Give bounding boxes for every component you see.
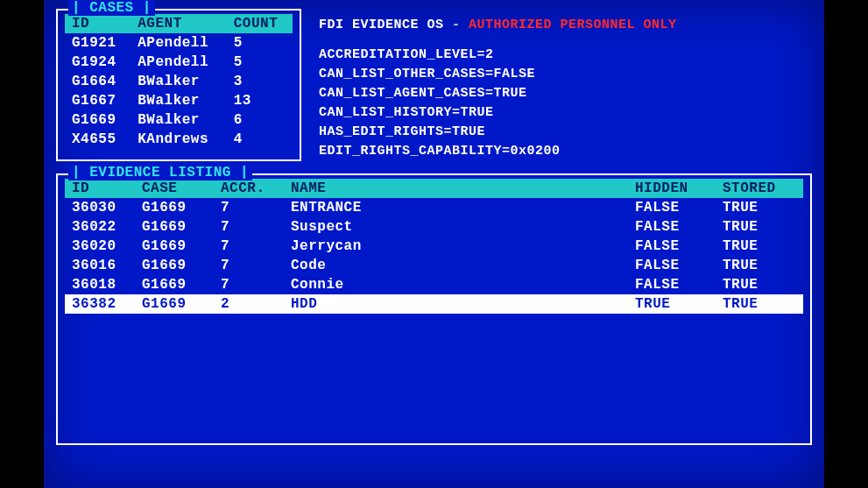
system-setting-line: EDIT_RIGHTS_CAPABILITY=0x0200 [319,142,812,161]
evidence-header-row: ID CASE ACCR. NAME HIDDEN STORED [65,179,803,198]
evidence-col-hidden: HIDDEN [628,179,716,198]
table-row[interactable]: G1667BWalker13 [65,91,293,110]
cell-accr: 7 [214,237,284,256]
table-row[interactable]: G1669BWalker6 [65,110,293,130]
system-setting-line: ACCREDITATION_LEVEL=2 [319,46,812,65]
cell-hidden: FALSE [628,237,716,256]
cell-id: G1924 [65,53,131,72]
app-name: FDI EVIDENCE OS [319,18,444,32]
system-setting-line: CAN_LIST_HISTORY=TRUE [319,103,812,123]
cell-count: 5 [227,33,293,53]
system-settings: ACCREDITATION_LEVEL=2CAN_LIST_OTHER_CASE… [319,46,812,161]
table-row[interactable]: G1921APendell5 [65,33,293,53]
table-row[interactable]: G1664BWalker3 [65,72,293,91]
cell-id: G1667 [65,91,131,110]
cell-count: 13 [227,91,293,110]
table-row[interactable]: 36020G16697JerrycanFALSETRUE [65,237,803,256]
cases-panel-title: | CASES | [68,0,155,16]
evidence-col-name: NAME [284,179,628,198]
evidence-panel-title: | EVIDENCE LISTING | [68,165,252,180]
evidence-table: ID CASE ACCR. NAME HIDDEN STORED 36030G1… [65,179,803,314]
cell-stored: TRUE [716,275,803,294]
cell-case: G1669 [135,237,214,256]
system-setting-line: HAS_EDIT_RIGHTS=TRUE [319,123,812,142]
cases-header-row: ID AGENT COUNT [65,14,293,33]
cell-id: 36382 [65,294,135,314]
cell-id: 36016 [65,256,135,275]
cell-hidden: FALSE [628,275,716,294]
table-row[interactable]: 36018G16697ConnieFALSETRUE [65,275,803,294]
cell-agent: KAndrews [131,130,227,149]
cell-name: Code [284,256,628,275]
evidence-col-id: ID [65,179,135,198]
cell-hidden: FALSE [628,198,716,217]
table-row[interactable]: 36030G16697ENTRANCEFALSETRUE [65,198,803,217]
cell-stored: TRUE [716,256,803,275]
table-row[interactable]: G1924APendell5 [65,53,293,72]
cell-accr: 7 [214,256,284,275]
cell-name: ENTRANCE [284,198,628,217]
system-setting-line: CAN_LIST_AGENT_CASES=TRUE [319,84,812,103]
table-row[interactable]: 36382G16692HDDTRUETRUE [65,294,803,314]
cell-stored: TRUE [716,294,803,314]
cell-case: G1669 [135,198,214,217]
auth-warning: AUTHORIZED PERSONNEL ONLY [469,18,677,32]
cases-col-count: COUNT [227,14,293,33]
table-row[interactable]: 36016G16697CodeFALSETRUE [65,256,803,275]
cell-count: 6 [227,110,293,130]
system-info: FDI EVIDENCE OS - AUTHORIZED PERSONNEL O… [319,9,812,161]
cell-stored: TRUE [716,217,803,237]
cases-col-agent: AGENT [131,14,227,33]
title-separator: - [452,18,469,32]
cases-col-id: ID [65,14,131,33]
table-row[interactable]: X4655KAndrews4 [65,130,293,149]
cell-id: G1921 [65,33,131,53]
screen: | CASES | ID AGENT COUNT G1921APendell5G… [44,0,824,488]
cell-id: G1669 [65,110,131,130]
table-row[interactable]: 36022G16697SuspectFALSETRUE [65,217,803,237]
cell-name: Connie [284,275,628,294]
cell-count: 3 [227,72,293,91]
cell-count: 5 [227,53,293,72]
cases-table: ID AGENT COUNT G1921APendell5G1924APende… [65,14,293,149]
cell-agent: APendell [131,53,227,72]
cell-stored: TRUE [716,198,803,217]
cell-hidden: FALSE [628,256,716,275]
crt-frame: | CASES | ID AGENT COUNT G1921APendell5G… [0,0,868,488]
cell-agent: BWalker [131,72,227,91]
cell-name: HDD [284,294,628,314]
evidence-col-accr: ACCR. [214,179,284,198]
cell-name: Jerrycan [284,237,628,256]
cell-accr: 2 [214,294,284,314]
cell-hidden: FALSE [628,217,716,237]
evidence-col-stored: STORED [716,179,803,198]
cell-accr: 7 [214,217,284,237]
cases-panel: | CASES | ID AGENT COUNT G1921APendell5G… [56,9,301,161]
top-row: | CASES | ID AGENT COUNT G1921APendell5G… [56,9,812,161]
cell-id: X4655 [65,130,131,149]
cell-stored: TRUE [716,237,803,256]
cell-name: Suspect [284,217,628,237]
cell-case: G1669 [135,217,214,237]
cell-agent: APendell [131,33,227,53]
cell-hidden: TRUE [628,294,716,314]
cell-count: 4 [227,130,293,149]
cell-case: G1669 [135,294,214,314]
cell-accr: 7 [214,198,284,217]
cell-case: G1669 [135,275,214,294]
cell-agent: BWalker [131,91,227,110]
cell-accr: 7 [214,275,284,294]
cell-id: G1664 [65,72,131,91]
cell-id: 36030 [65,198,135,217]
system-setting-line: CAN_LIST_OTHER_CASES=FALSE [319,65,812,84]
evidence-panel: | EVIDENCE LISTING | ID CASE ACCR. NAME … [56,173,812,445]
cell-id: 36020 [65,237,135,256]
cell-id: 36018 [65,275,135,294]
evidence-col-case: CASE [135,179,214,198]
cell-agent: BWalker [131,110,227,130]
cell-case: G1669 [135,256,214,275]
system-title: FDI EVIDENCE OS - AUTHORIZED PERSONNEL O… [319,16,812,35]
cell-id: 36022 [65,217,135,237]
